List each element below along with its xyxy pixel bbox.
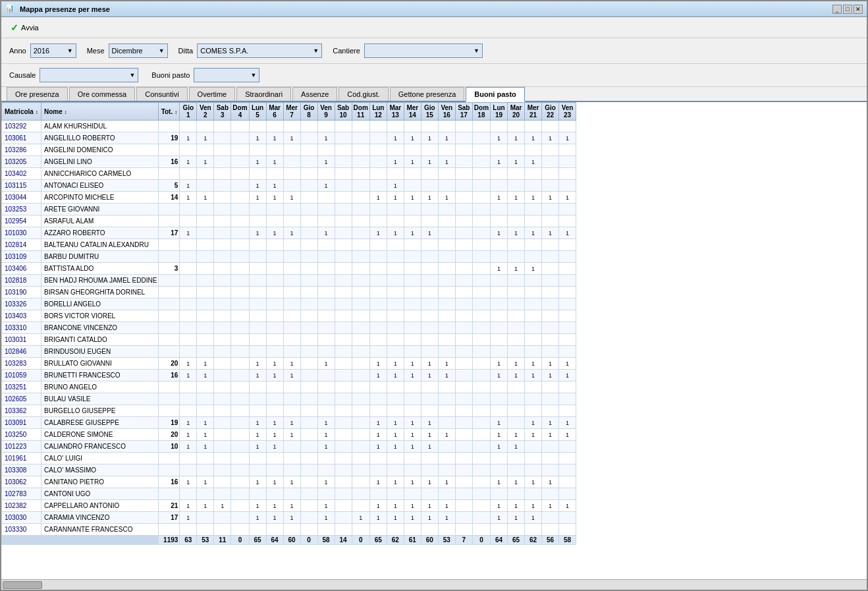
cell-day-3 <box>214 132 231 144</box>
cell-day-19: 1 <box>491 429 508 441</box>
cell-day-12: 1 <box>369 192 387 204</box>
header-day-23[interactable]: Ven23 <box>559 103 576 121</box>
cell-day-6 <box>266 322 283 334</box>
cell-day-16 <box>438 346 455 358</box>
close-button[interactable]: ✕ <box>854 5 863 14</box>
cell-day-22 <box>542 453 559 464</box>
cell-day-20: 1 <box>508 476 525 488</box>
header-day-22[interactable]: Gio22 <box>542 103 559 121</box>
cell-day-8 <box>300 251 317 263</box>
cell-day-20 <box>508 488 525 500</box>
header-matricola[interactable]: Matricola ↕ <box>2 103 41 121</box>
header-day-16[interactable]: Ven16 <box>438 103 455 121</box>
cell-day-23: 1 <box>559 192 576 204</box>
cell-day-6 <box>266 168 283 180</box>
header-day-8[interactable]: Gio8 <box>300 103 317 121</box>
footer-day-13: 62 <box>387 536 404 545</box>
header-day-2[interactable]: Ven2 <box>197 103 214 121</box>
cell-day-12 <box>369 464 387 476</box>
tab-buoni-pasto[interactable]: Buoni pasto <box>466 87 525 102</box>
cell-day-13: 1 <box>387 180 404 192</box>
tab-consuntivi[interactable]: Consuntivi <box>136 87 187 101</box>
header-nome[interactable]: Nome ↕ <box>41 103 159 121</box>
header-tot[interactable]: Tot. ↕ <box>159 103 180 121</box>
cell-day-11 <box>352 215 369 227</box>
cell-day-6 <box>266 239 283 251</box>
params-row-1: Anno 2016 ▼ Mese Dicembre ▼ Ditta COMES … <box>1 38 867 64</box>
cell-day-12: 1 <box>369 512 387 524</box>
header-day-9[interactable]: Ven9 <box>317 103 335 121</box>
cell-day-20: 1 <box>508 370 525 381</box>
header-day-6[interactable]: Mar6 <box>266 103 283 121</box>
header-day-5[interactable]: Lun5 <box>249 103 266 121</box>
cell-day-23 <box>559 275 576 287</box>
cell-day-22 <box>542 393 559 405</box>
cell-day-1: 1 <box>180 192 197 204</box>
cell-day-18 <box>472 453 490 464</box>
header-day-19[interactable]: Lun19 <box>491 103 508 121</box>
buoni-arrow: ▼ <box>251 72 257 78</box>
tab-ore-commessa[interactable]: Ore commessa <box>69 87 136 101</box>
header-day-17[interactable]: Sab17 <box>455 103 472 121</box>
tab-straordinari[interactable]: Straordinari <box>236 87 291 101</box>
cell-day-8 <box>300 298 317 310</box>
header-day-7[interactable]: Mer7 <box>283 103 300 121</box>
cell-day-6: 1 <box>266 180 283 192</box>
mese-dropdown[interactable]: Dicembre ▼ <box>109 43 168 58</box>
minimize-button[interactable]: _ <box>832 5 842 14</box>
cell-day-14 <box>404 381 421 393</box>
cell-day-5 <box>249 310 266 322</box>
tab-assenze[interactable]: Assenze <box>292 87 337 101</box>
cell-day-4 <box>231 381 249 393</box>
header-day-21[interactable]: Mer21 <box>525 103 542 121</box>
cell-day-15: 1 <box>421 227 438 239</box>
cantiere-dropdown[interactable]: ▼ <box>364 43 483 58</box>
header-day-13[interactable]: Mar13 <box>387 103 404 121</box>
cell-day-10 <box>335 346 352 358</box>
header-day-1[interactable]: Gio1 <box>180 103 197 121</box>
cell-day-23: 1 <box>559 358 576 370</box>
header-day-20[interactable]: Mar20 <box>508 103 525 121</box>
cell-day-23 <box>559 263 576 275</box>
cell-day-22 <box>542 239 559 251</box>
header-day-12[interactable]: Lun12 <box>369 103 387 121</box>
cell-day-12 <box>369 381 387 393</box>
cell-day-10 <box>335 263 352 275</box>
header-day-3[interactable]: Sab3 <box>214 103 231 121</box>
cell-day-4 <box>231 132 249 144</box>
cell-day-19 <box>491 239 508 251</box>
avvia-button[interactable]: ✓ Avvia <box>7 21 43 34</box>
tab-ore-presenza[interactable]: Ore presenza <box>7 87 68 101</box>
tab-overtime[interactable]: Overtime <box>189 87 236 101</box>
cell-day-17 <box>455 441 472 453</box>
cell-day-12: 1 <box>369 476 387 488</box>
cell-day-4 <box>231 488 249 500</box>
table-row: 102818BEN HADJ RHOUMA JAMEL EDDINE <box>2 275 576 287</box>
cell-tot <box>159 251 180 263</box>
scrollbar-thumb[interactable] <box>3 581 42 589</box>
cell-day-17 <box>455 275 472 287</box>
scrollbar-horizontal[interactable] <box>1 579 867 590</box>
tab-codgiust[interactable]: Cod.giust. <box>339 87 389 101</box>
causale-dropdown[interactable]: ▼ <box>40 68 138 82</box>
cell-day-16 <box>438 204 455 215</box>
ditta-dropdown[interactable]: COMES S.P.A. ▼ <box>197 43 322 58</box>
header-day-15[interactable]: Gio15 <box>421 103 438 121</box>
header-day-11[interactable]: Dom11 <box>352 103 369 121</box>
header-day-4[interactable]: Dom4 <box>231 103 249 121</box>
buoni-dropdown[interactable]: ▼ <box>194 68 259 82</box>
maximize-button[interactable]: □ <box>843 5 852 14</box>
grid-container[interactable]: Matricola ↕ Nome ↕ Tot. ↕ Gio1Ven2Sab3Do… <box>1 102 867 579</box>
cell-day-18 <box>472 132 490 144</box>
cell-day-15 <box>421 215 438 227</box>
cell-day-5: 1 <box>249 441 266 453</box>
cell-day-9: 1 <box>317 417 335 429</box>
header-day-18[interactable]: Dom18 <box>472 103 490 121</box>
anno-dropdown[interactable]: 2016 ▼ <box>30 43 76 58</box>
cell-day-2 <box>197 204 214 215</box>
cell-day-11 <box>352 393 369 405</box>
header-day-14[interactable]: Mer14 <box>404 103 421 121</box>
cell-day-16: 1 <box>438 512 455 524</box>
header-day-10[interactable]: Sab10 <box>335 103 352 121</box>
tab-gettone-presenza[interactable]: Gettone presenza <box>390 87 464 101</box>
